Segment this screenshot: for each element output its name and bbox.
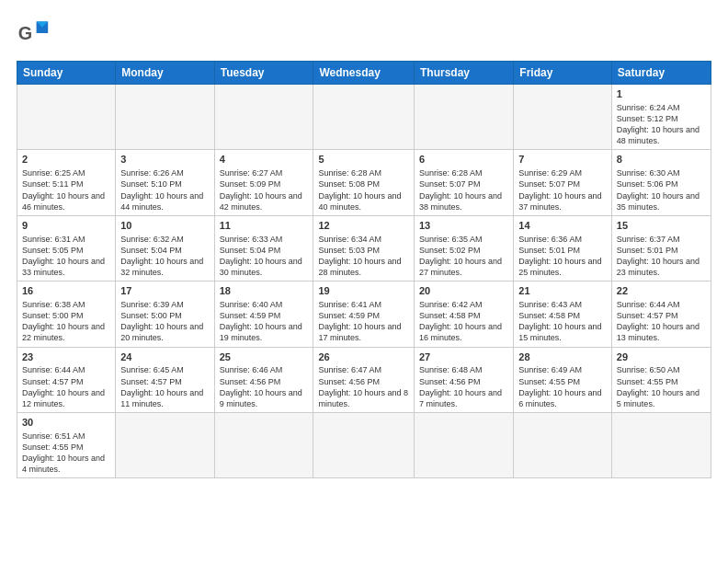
day-cell xyxy=(214,413,313,478)
day-number: 24 xyxy=(120,350,209,364)
day-number: 6 xyxy=(419,153,508,167)
week-row-0: 1Sunrise: 6:24 AM Sunset: 5:12 PM Daylig… xyxy=(17,85,711,150)
day-number: 28 xyxy=(518,350,607,364)
day-info: Sunrise: 6:28 AM Sunset: 5:08 PM Dayligh… xyxy=(318,167,409,213)
day-cell: 16Sunrise: 6:38 AM Sunset: 5:00 PM Dayli… xyxy=(17,282,116,347)
day-cell: 14Sunrise: 6:36 AM Sunset: 5:01 PM Dayli… xyxy=(514,215,612,281)
day-cell: 1Sunrise: 6:24 AM Sunset: 5:12 PM Daylig… xyxy=(611,85,711,150)
day-number: 29 xyxy=(617,350,706,364)
day-info: Sunrise: 6:28 AM Sunset: 5:07 PM Dayligh… xyxy=(419,167,508,213)
day-cell: 12Sunrise: 6:34 AM Sunset: 5:03 PM Dayli… xyxy=(313,215,415,281)
day-info: Sunrise: 6:35 AM Sunset: 5:02 PM Dayligh… xyxy=(419,234,508,279)
logo: G xyxy=(17,17,55,50)
day-info: Sunrise: 6:44 AM Sunset: 4:57 PM Dayligh… xyxy=(617,299,706,344)
logo-icon: G xyxy=(17,17,50,50)
week-row-3: 16Sunrise: 6:38 AM Sunset: 5:00 PM Dayli… xyxy=(17,282,711,347)
day-cell: 7Sunrise: 6:29 AM Sunset: 5:07 PM Daylig… xyxy=(514,150,612,215)
day-cell xyxy=(415,85,514,150)
day-info: Sunrise: 6:37 AM Sunset: 5:01 PM Dayligh… xyxy=(617,234,706,279)
day-info: Sunrise: 6:43 AM Sunset: 4:58 PM Dayligh… xyxy=(518,299,607,344)
day-cell: 23Sunrise: 6:44 AM Sunset: 4:57 PM Dayli… xyxy=(17,347,116,412)
day-number: 26 xyxy=(318,350,409,364)
day-cell xyxy=(313,85,415,150)
day-cell xyxy=(17,85,116,150)
day-cell: 10Sunrise: 6:32 AM Sunset: 5:04 PM Dayli… xyxy=(116,215,214,281)
day-info: Sunrise: 6:47 AM Sunset: 4:56 PM Dayligh… xyxy=(318,364,409,409)
day-info: Sunrise: 6:31 AM Sunset: 5:05 PM Dayligh… xyxy=(22,234,110,279)
day-cell: 19Sunrise: 6:41 AM Sunset: 4:59 PM Dayli… xyxy=(313,282,415,347)
day-number: 17 xyxy=(120,284,209,298)
day-number: 22 xyxy=(617,284,706,298)
day-number: 3 xyxy=(120,153,209,167)
weekday-header-saturday: Saturday xyxy=(611,62,711,85)
day-cell xyxy=(214,85,313,150)
svg-text:G: G xyxy=(18,23,32,43)
day-number: 20 xyxy=(419,284,508,298)
day-cell: 26Sunrise: 6:47 AM Sunset: 4:56 PM Dayli… xyxy=(313,347,415,412)
day-cell: 18Sunrise: 6:40 AM Sunset: 4:59 PM Dayli… xyxy=(214,282,313,347)
day-number: 12 xyxy=(318,219,409,233)
day-cell: 29Sunrise: 6:50 AM Sunset: 4:55 PM Dayli… xyxy=(611,347,711,412)
day-number: 14 xyxy=(518,219,607,233)
day-number: 11 xyxy=(220,219,309,233)
day-cell: 11Sunrise: 6:33 AM Sunset: 5:04 PM Dayli… xyxy=(214,215,313,281)
day-number: 23 xyxy=(22,350,110,364)
day-cell: 2Sunrise: 6:25 AM Sunset: 5:11 PM Daylig… xyxy=(17,150,116,215)
day-cell xyxy=(116,413,214,478)
day-info: Sunrise: 6:27 AM Sunset: 5:09 PM Dayligh… xyxy=(220,167,309,213)
day-cell xyxy=(313,413,415,478)
day-number: 8 xyxy=(617,153,706,167)
day-info: Sunrise: 6:38 AM Sunset: 5:00 PM Dayligh… xyxy=(22,299,110,344)
day-cell: 5Sunrise: 6:28 AM Sunset: 5:08 PM Daylig… xyxy=(313,150,415,215)
day-info: Sunrise: 6:39 AM Sunset: 5:00 PM Dayligh… xyxy=(120,299,209,344)
weekday-header-friday: Friday xyxy=(514,62,612,85)
day-number: 9 xyxy=(22,219,110,233)
weekday-header-wednesday: Wednesday xyxy=(313,62,415,85)
day-cell xyxy=(514,85,612,150)
weekday-header-thursday: Thursday xyxy=(415,62,514,85)
day-cell: 20Sunrise: 6:42 AM Sunset: 4:58 PM Dayli… xyxy=(415,282,514,347)
day-cell: 9Sunrise: 6:31 AM Sunset: 5:05 PM Daylig… xyxy=(17,215,116,281)
day-cell: 25Sunrise: 6:46 AM Sunset: 4:56 PM Dayli… xyxy=(214,347,313,412)
day-cell: 17Sunrise: 6:39 AM Sunset: 5:00 PM Dayli… xyxy=(116,282,214,347)
day-info: Sunrise: 6:51 AM Sunset: 4:55 PM Dayligh… xyxy=(22,431,110,476)
day-number: 1 xyxy=(617,87,706,101)
day-number: 10 xyxy=(120,219,209,233)
day-number: 21 xyxy=(518,284,607,298)
day-info: Sunrise: 6:36 AM Sunset: 5:01 PM Dayligh… xyxy=(518,234,607,279)
day-cell: 30Sunrise: 6:51 AM Sunset: 4:55 PM Dayli… xyxy=(17,413,116,478)
day-info: Sunrise: 6:49 AM Sunset: 4:55 PM Dayligh… xyxy=(518,364,607,409)
day-number: 18 xyxy=(220,284,309,298)
day-number: 7 xyxy=(518,153,607,167)
day-cell xyxy=(514,413,612,478)
day-info: Sunrise: 6:50 AM Sunset: 4:55 PM Dayligh… xyxy=(617,364,706,409)
day-info: Sunrise: 6:30 AM Sunset: 5:06 PM Dayligh… xyxy=(617,167,706,213)
header: G xyxy=(17,17,711,50)
day-cell xyxy=(611,413,711,478)
day-cell: 13Sunrise: 6:35 AM Sunset: 5:02 PM Dayli… xyxy=(415,215,514,281)
week-row-5: 30Sunrise: 6:51 AM Sunset: 4:55 PM Dayli… xyxy=(17,413,711,478)
week-row-2: 9Sunrise: 6:31 AM Sunset: 5:05 PM Daylig… xyxy=(17,215,711,281)
day-info: Sunrise: 6:33 AM Sunset: 5:04 PM Dayligh… xyxy=(220,234,309,279)
day-number: 4 xyxy=(220,153,309,167)
weekday-header-row: SundayMondayTuesdayWednesdayThursdayFrid… xyxy=(17,62,711,85)
day-info: Sunrise: 6:44 AM Sunset: 4:57 PM Dayligh… xyxy=(22,364,110,409)
day-number: 5 xyxy=(318,153,409,167)
day-cell xyxy=(116,85,214,150)
weekday-header-tuesday: Tuesday xyxy=(214,62,313,85)
day-cell: 4Sunrise: 6:27 AM Sunset: 5:09 PM Daylig… xyxy=(214,150,313,215)
week-row-1: 2Sunrise: 6:25 AM Sunset: 5:11 PM Daylig… xyxy=(17,150,711,215)
day-info: Sunrise: 6:34 AM Sunset: 5:03 PM Dayligh… xyxy=(318,234,409,279)
day-cell: 24Sunrise: 6:45 AM Sunset: 4:57 PM Dayli… xyxy=(116,347,214,412)
day-number: 27 xyxy=(419,350,508,364)
weekday-header-sunday: Sunday xyxy=(17,62,116,85)
day-info: Sunrise: 6:42 AM Sunset: 4:58 PM Dayligh… xyxy=(419,299,508,344)
page: G SundayMondayTuesdayWednesdayThursdayFr… xyxy=(0,0,728,563)
day-number: 16 xyxy=(22,284,110,298)
week-row-4: 23Sunrise: 6:44 AM Sunset: 4:57 PM Dayli… xyxy=(17,347,711,412)
day-number: 30 xyxy=(22,416,110,430)
day-cell: 8Sunrise: 6:30 AM Sunset: 5:06 PM Daylig… xyxy=(611,150,711,215)
day-info: Sunrise: 6:26 AM Sunset: 5:10 PM Dayligh… xyxy=(120,167,209,213)
day-info: Sunrise: 6:46 AM Sunset: 4:56 PM Dayligh… xyxy=(220,364,309,409)
day-info: Sunrise: 6:41 AM Sunset: 4:59 PM Dayligh… xyxy=(318,299,409,344)
